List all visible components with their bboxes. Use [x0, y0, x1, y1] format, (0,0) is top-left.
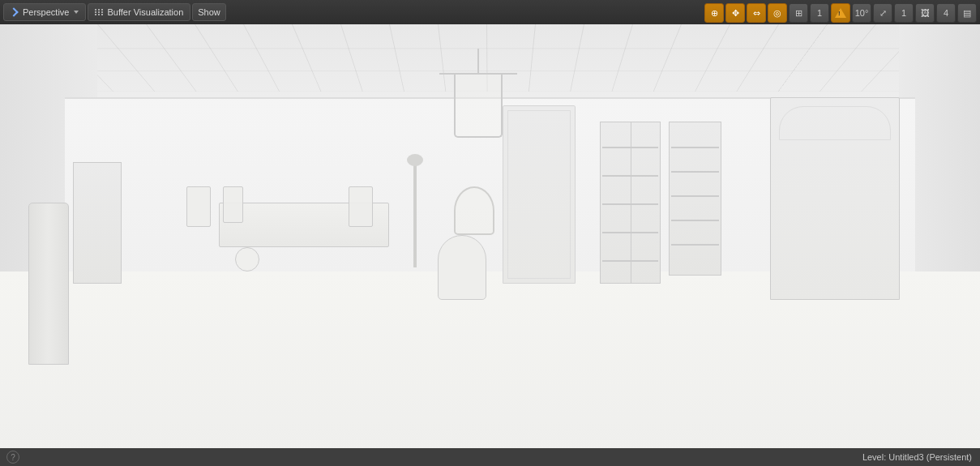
view-number-button[interactable]: 1 [810, 3, 829, 23]
shelf [671, 195, 719, 197]
bookcase-right [669, 122, 721, 276]
screenshot-icon: 🖼 [921, 8, 930, 18]
orbit-button[interactable]: ⊕ [704, 3, 724, 23]
chair-4 [235, 247, 259, 271]
level-status: Level: Untitled3 (Persistent) [862, 452, 972, 462]
chevron-down-icon [74, 11, 79, 14]
wardrobe [503, 105, 576, 284]
side-cabinet [73, 162, 122, 284]
shelf [671, 220, 719, 221]
help-label: ? [11, 453, 15, 462]
viewport-count-label: 4 [944, 8, 948, 18]
shelf [602, 147, 658, 148]
chair-3 [349, 186, 373, 227]
scene-background [0, 0, 980, 466]
split-number-button[interactable]: 1 [894, 3, 914, 23]
show-button[interactable]: Show [192, 3, 226, 21]
settings-button[interactable]: ▤ [957, 3, 977, 23]
viewport[interactable]: Perspective Buffer Visualization Show ⊕ … [0, 0, 980, 466]
buffer-visualization-button[interactable]: Buffer Visualization [88, 3, 190, 21]
grid-icon: ⊞ [795, 8, 802, 19]
shelf [671, 244, 719, 246]
column-left [28, 203, 69, 365]
right-toolbar: ⊕ ✥ ⇔ ◎ ⊞ 1 10° ⤢ 1 🖼 [704, 3, 977, 23]
perspective-arrow [9, 7, 18, 16]
camera-icon: ◎ [773, 8, 781, 19]
shelf [602, 260, 658, 262]
shelf [671, 171, 719, 173]
dot-grid-icon [95, 9, 104, 15]
chair-2 [223, 186, 243, 223]
show-label: Show [198, 7, 220, 17]
warning-button[interactable] [831, 3, 850, 23]
bookcase-left [600, 122, 661, 284]
shelf [602, 203, 658, 205]
chandelier [454, 73, 503, 138]
orbit-icon: ⊕ [711, 8, 718, 19]
perspective-button[interactable]: Perspective [3, 3, 86, 21]
fly-button[interactable]: ⇔ [747, 3, 766, 23]
pan-icon: ✥ [732, 8, 739, 19]
status-bar: ? Level: Untitled3 (Persistent) [0, 448, 980, 466]
center-chair [438, 235, 486, 300]
floor-lamp [413, 162, 417, 267]
fly-icon: ⇔ [753, 8, 760, 19]
mirror-vanity [454, 186, 494, 235]
maximize-button[interactable]: ⤢ [873, 3, 892, 23]
settings-icon: ▤ [963, 8, 971, 19]
chair-1 [186, 186, 211, 227]
angle-label: 10° [855, 8, 869, 18]
viewport-count-button[interactable]: 4 [936, 3, 956, 23]
screenshot-button[interactable]: 🖼 [915, 3, 935, 23]
large-cabinet-right [770, 97, 900, 300]
view-number-label: 1 [817, 8, 822, 18]
angle-button[interactable]: 10° [852, 3, 871, 23]
shelf [602, 175, 658, 177]
buffer-vis-label: Buffer Visualization [107, 7, 183, 17]
help-button[interactable]: ? [6, 451, 19, 464]
grid-toggle-button[interactable]: ⊞ [789, 3, 808, 23]
shelf [671, 147, 719, 148]
shelf [602, 232, 658, 233]
maximize-icon: ⤢ [879, 8, 887, 19]
camera-button[interactable]: ◎ [768, 3, 787, 23]
triangle-warning-icon [835, 8, 846, 18]
split-number-label: 1 [901, 8, 906, 18]
pan-button[interactable]: ✥ [725, 3, 745, 23]
perspective-label: Perspective [23, 7, 69, 17]
